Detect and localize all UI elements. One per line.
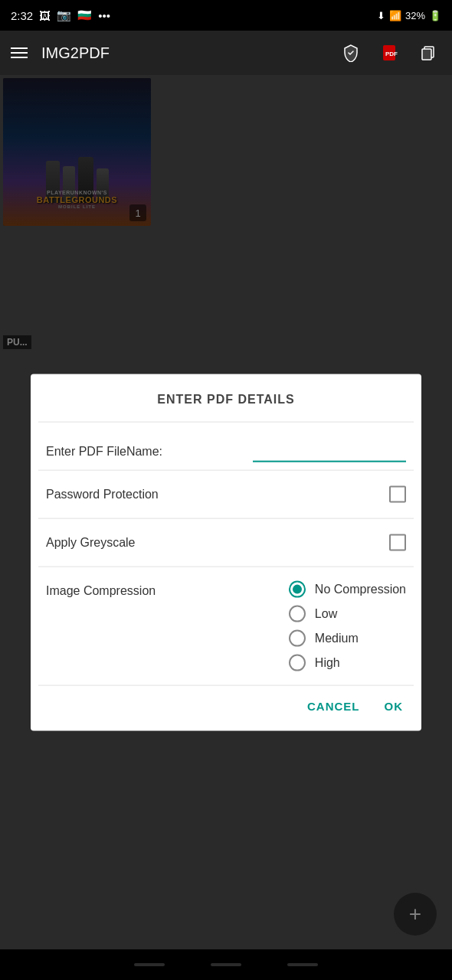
radio-outer-high (289, 655, 306, 671)
app-title: IMG2PDF (41, 44, 323, 62)
dialog-actions: CANCEL OK (31, 686, 421, 731)
app-bar-icons: PDF (337, 39, 441, 67)
radio-outer-no-compression (289, 581, 306, 598)
status-bar: 2:32 🖼 📷 🇧🇬 ••• ⬇ 📶 32% 🔋 (0, 0, 452, 31)
radio-outer-low (289, 606, 306, 622)
greyscale-checkbox-control (389, 534, 406, 551)
password-checkbox[interactable] (389, 486, 406, 503)
greyscale-checkbox[interactable] (389, 534, 406, 551)
radio-group: No Compression Low Medium (289, 581, 406, 671)
radio-outer-medium (289, 630, 306, 647)
menu-line-1 (11, 47, 28, 49)
radio-inner-no-compression (293, 585, 302, 594)
radio-option-no-compression[interactable]: No Compression (289, 581, 406, 598)
password-row: Password Protection (31, 471, 421, 518)
battery-display: 32% (405, 10, 425, 21)
download-icon: ⬇ (377, 10, 385, 21)
svg-text:PDF: PDF (385, 51, 398, 57)
bg-content: PLAYERUNKNOWN'S BATTLEGROUNDS MOBILE LIT… (0, 75, 452, 980)
photo-icon: 🖼 (39, 9, 51, 22)
compression-row: Image Compression No Compression Low (31, 567, 421, 685)
password-checkbox-control (389, 486, 406, 503)
password-label: Password Protection (46, 488, 389, 501)
greyscale-row: Apply Greyscale (31, 519, 421, 567)
status-right: ⬇ 📶 32% 🔋 (377, 10, 441, 21)
more-icon: ••• (98, 9, 110, 22)
radio-label-low: Low (315, 607, 337, 621)
acrobat-icon[interactable]: PDF (375, 39, 403, 67)
flag-icon: 🇧🇬 (77, 8, 92, 22)
greyscale-label: Apply Greyscale (46, 536, 389, 550)
filename-input[interactable] (253, 441, 406, 462)
menu-line-3 (11, 57, 28, 58)
status-left: 2:32 🖼 📷 🇧🇬 ••• (11, 8, 110, 22)
radio-label-high: High (315, 656, 340, 670)
battery-icon: 🔋 (429, 10, 441, 21)
radio-option-low[interactable]: Low (289, 606, 406, 622)
time-display: 2:32 (11, 9, 33, 22)
radio-label-no-compression: No Compression (315, 583, 406, 596)
instagram-icon: 📷 (57, 8, 71, 22)
filename-row: Enter PDF FileName: (31, 423, 421, 470)
filename-label: Enter PDF FileName: (46, 445, 247, 459)
cancel-button[interactable]: CANCEL (304, 694, 363, 719)
signal-icon: 📶 (389, 10, 401, 21)
compression-options: No Compression Low Medium (289, 581, 406, 671)
menu-icon[interactable] (11, 47, 28, 58)
app-bar: IMG2PDF PDF (0, 31, 452, 75)
radio-option-high[interactable]: High (289, 655, 406, 671)
copy-icon[interactable] (414, 39, 441, 67)
shield-icon[interactable] (337, 39, 365, 67)
menu-line-2 (11, 52, 28, 54)
ok-button[interactable]: OK (382, 694, 407, 719)
compression-label: Image Compression (46, 581, 289, 598)
dialog-title: ENTER PDF DETAILS (31, 374, 421, 422)
svg-rect-2 (422, 49, 431, 60)
radio-label-medium: Medium (315, 632, 359, 645)
radio-option-medium[interactable]: Medium (289, 630, 406, 647)
pdf-details-dialog: ENTER PDF DETAILS Enter PDF FileName: Pa… (31, 374, 421, 731)
